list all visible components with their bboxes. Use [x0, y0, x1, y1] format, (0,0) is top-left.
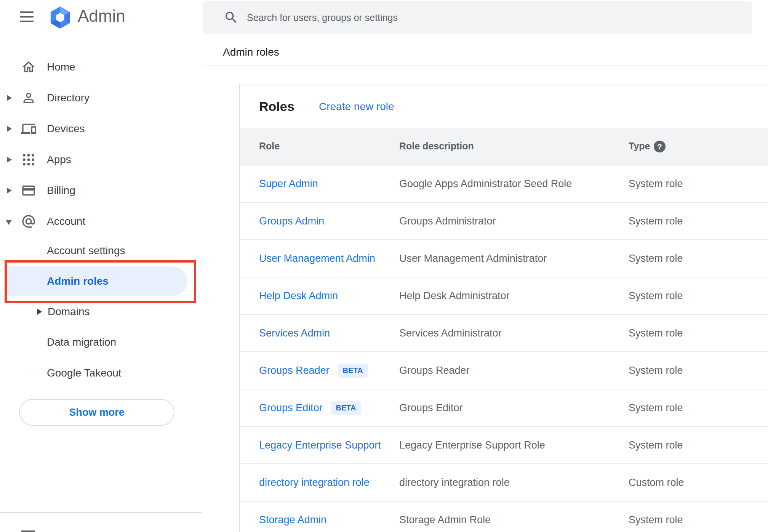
sidebar: Admin Home Directory Devices: [0, 0, 202, 532]
role-cell: Services Admin: [259, 315, 330, 351]
role-description-cell: Storage Admin Role: [399, 502, 491, 532]
role-cell: Groups Admin: [259, 203, 324, 239]
role-type-cell: Custom role: [629, 464, 684, 501]
search-bar[interactable]: [203, 1, 752, 34]
home-icon: [21, 59, 36, 75]
chevron-right-icon[interactable]: [7, 187, 12, 194]
roles-card-header: Roles Create new role: [240, 85, 768, 128]
role-type-cell: System role: [629, 315, 683, 351]
sidebar-item-apps[interactable]: Apps: [0, 149, 202, 170]
apps-grid-icon: [21, 152, 36, 167]
table-row: Storage AdminStorage Admin RoleSystem ro…: [240, 502, 768, 532]
role-description-cell: Groups Administrator: [399, 203, 496, 239]
table-header-row: Role Role description Type ?: [240, 128, 768, 165]
chevron-right-icon[interactable]: [37, 309, 42, 315]
role-type-cell: System role: [629, 427, 683, 463]
sidebar-item-label: Home: [47, 56, 75, 78]
chevron-right-icon[interactable]: [7, 157, 12, 163]
role-cell: Storage Admin: [259, 502, 326, 532]
sidebar-item-account-settings[interactable]: Account settings: [0, 240, 202, 261]
table-row: directory integration roledirectory inte…: [240, 464, 768, 502]
sidebar-item-home[interactable]: Home: [0, 56, 202, 78]
role-link[interactable]: Help Desk Admin: [259, 290, 338, 302]
role-description-cell: Google Apps Administrator Seed Role: [399, 165, 572, 202]
header-divider: [202, 66, 768, 66]
column-header-type: Type: [629, 128, 650, 165]
table-row: Groups ReaderBETAGroups ReaderSystem rol…: [240, 352, 768, 389]
role-type-cell: System role: [629, 502, 683, 532]
sidebar-item-label: Apps: [47, 149, 71, 170]
role-type-cell: System role: [629, 352, 683, 389]
chevron-right-icon[interactable]: [7, 95, 12, 101]
sidebar-item-billing[interactable]: Billing: [0, 180, 202, 201]
role-cell: Help Desk Admin: [259, 277, 338, 314]
person-icon: [21, 90, 36, 106]
chevron-down-icon[interactable]: [6, 220, 12, 225]
table-row: Groups EditorBETAGroups EditorSystem rol…: [240, 389, 768, 427]
sidebar-item-label: Admin roles: [47, 266, 109, 296]
role-description-cell: Legacy Enterprise Support Role: [399, 427, 545, 463]
role-link[interactable]: directory integration role: [259, 477, 370, 489]
table-row: Legacy Enterprise SupportLegacy Enterpri…: [240, 427, 768, 464]
role-link[interactable]: Services Admin: [259, 327, 330, 339]
search-icon: [224, 10, 239, 25]
table-row: User Management AdminUser Management Adm…: [240, 240, 768, 277]
role-description-cell: Help Desk Administrator: [399, 277, 510, 314]
sidebar-item-label: Account: [47, 211, 85, 232]
role-link[interactable]: Groups Editor: [259, 402, 323, 414]
sidebar-item-admin-roles[interactable]: Admin roles: [7, 266, 187, 296]
role-link[interactable]: Super Admin: [259, 178, 318, 190]
role-description-cell: User Management Administrator: [399, 240, 547, 277]
beta-badge: BETA: [331, 401, 361, 415]
role-type-cell: System role: [629, 240, 683, 277]
roles-card: Roles Create new role Role Role descript…: [239, 85, 768, 532]
page-title: Admin roles: [223, 46, 279, 58]
column-header-role-description: Role description: [399, 128, 474, 165]
table-row: Help Desk AdminHelp Desk AdministratorSy…: [240, 277, 768, 315]
role-link[interactable]: Legacy Enterprise Support: [259, 439, 381, 451]
role-cell: User Management Admin: [259, 240, 375, 277]
role-type-cell: System role: [629, 389, 683, 426]
chevron-right-icon[interactable]: [7, 126, 12, 132]
sidebar-item-label: Domains: [48, 301, 90, 322]
sidebar-item-label: Directory: [47, 87, 90, 109]
help-icon[interactable]: ?: [654, 141, 666, 152]
role-cell: directory integration role: [259, 464, 370, 501]
sidebar-item-google-takeout[interactable]: Google Takeout: [0, 362, 202, 384]
admin-logo-text: Admin: [78, 5, 125, 27]
sidebar-item-label: Data migration: [47, 332, 116, 353]
clipped-icon: [21, 530, 35, 532]
card-title: Roles: [259, 85, 294, 128]
sidebar-item-devices[interactable]: Devices: [0, 118, 202, 139]
role-type-cell: System role: [629, 165, 683, 202]
role-link[interactable]: Groups Admin: [259, 215, 324, 227]
sidebar-divider: [0, 512, 202, 513]
sidebar-item-account[interactable]: Account: [0, 211, 202, 232]
role-cell: Legacy Enterprise Support: [259, 427, 381, 463]
sidebar-item-data-migration[interactable]: Data migration: [0, 332, 202, 353]
sidebar-item-label: Devices: [47, 118, 85, 139]
role-link[interactable]: User Management Admin: [259, 253, 375, 264]
google-admin-console: Admin Home Directory Devices: [0, 0, 768, 532]
role-cell: Groups ReaderBETA: [259, 352, 368, 389]
role-link[interactable]: Groups Reader: [259, 365, 330, 377]
role-description-cell: directory integration role: [399, 464, 510, 501]
sidebar-item-directory[interactable]: Directory: [0, 87, 202, 109]
admin-logo-icon[interactable]: [48, 6, 72, 29]
role-link[interactable]: Storage Admin: [259, 514, 326, 526]
devices-icon: [21, 121, 36, 136]
table-row: Super AdminGoogle Apps Administrator See…: [240, 165, 768, 203]
role-type-cell: System role: [629, 277, 683, 314]
create-new-role-link[interactable]: Create new role: [319, 85, 394, 128]
roles-table-body: Super AdminGoogle Apps Administrator See…: [240, 165, 768, 532]
sidebar-item-label: Account settings: [47, 240, 125, 261]
show-more-button[interactable]: Show more: [19, 399, 174, 426]
table-row: Groups AdminGroups AdministratorSystem r…: [240, 203, 768, 240]
at-sign-icon: [21, 214, 36, 229]
search-input[interactable]: [247, 1, 734, 34]
hamburger-menu-icon[interactable]: [20, 11, 34, 22]
role-description-cell: Groups Reader: [399, 352, 470, 389]
billing-card-icon: [21, 183, 36, 198]
sidebar-item-domains[interactable]: Domains: [0, 301, 202, 322]
role-cell: Super Admin: [259, 165, 318, 202]
